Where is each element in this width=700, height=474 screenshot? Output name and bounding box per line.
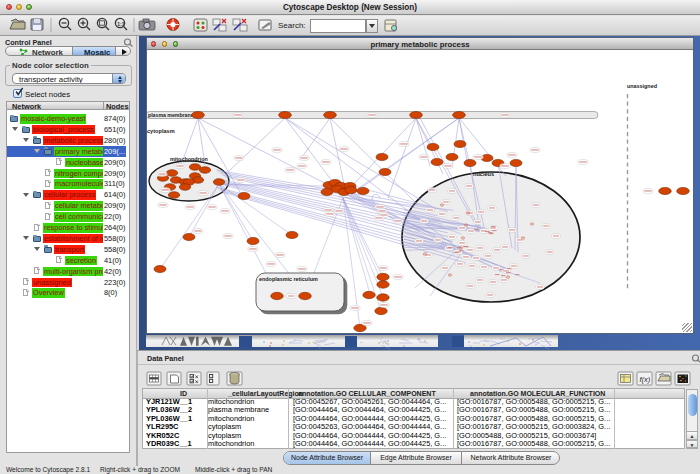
svg-text:endoplasmic reticulum: endoplasmic reticulum bbox=[259, 276, 318, 282]
svg-text:cytoplasm: cytoplasm bbox=[147, 128, 175, 134]
svg-text:mitochondrion: mitochondrion bbox=[170, 156, 208, 162]
svg-text:nucleus: nucleus bbox=[473, 171, 494, 177]
svg-text:plasma membrane: plasma membrane bbox=[148, 112, 194, 118]
svg-text:f(x): f(x) bbox=[640, 375, 651, 384]
svg-text:unassigned: unassigned bbox=[627, 83, 657, 89]
